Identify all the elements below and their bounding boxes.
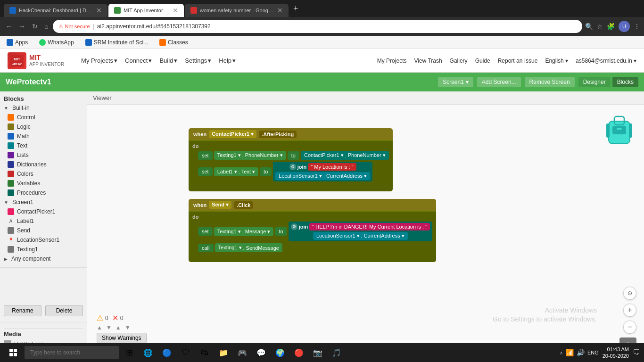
mit-logo-svg: MIT APP INV bbox=[9, 54, 25, 68]
network-icon[interactable]: 📶 bbox=[566, 349, 574, 356]
contactpicker1-dropdown[interactable]: ContactPicker1 ▾ bbox=[209, 130, 256, 138]
header-myprojects[interactable]: My Projects bbox=[377, 58, 407, 64]
blocks-button[interactable]: Blocks bbox=[612, 77, 638, 87]
taskbar-chrome-icon[interactable]: 🌐 bbox=[140, 344, 157, 361]
extensions-icon[interactable]: 🧩 bbox=[607, 23, 615, 30]
bookmark-whatsapp[interactable]: WhatsApp bbox=[36, 38, 76, 47]
taskbar-zoom-icon[interactable]: 📷 bbox=[309, 344, 326, 361]
center-button[interactable]: ⊙ bbox=[623, 287, 636, 300]
show-warnings-button[interactable]: Show Warnings bbox=[97, 333, 147, 343]
tab-appinventor[interactable]: MIT App Inventor ✕ bbox=[108, 4, 184, 17]
chevron-up-icon[interactable]: ∧ bbox=[560, 350, 563, 355]
sidebar-colors[interactable]: Colors bbox=[0, 169, 87, 179]
sidebar-lists[interactable]: Lists bbox=[0, 150, 87, 160]
nav-myprojects[interactable]: My Projects ▾ bbox=[81, 57, 117, 64]
procedures-icon bbox=[8, 189, 14, 196]
sidebar-contactpicker1[interactable]: ContactPicker1 bbox=[0, 207, 87, 216]
zoom-in-button[interactable]: + bbox=[623, 304, 636, 317]
refresh-button[interactable]: ↻ bbox=[30, 21, 40, 32]
send-dropdown[interactable]: Send ▾ bbox=[209, 201, 231, 209]
address-bar[interactable]: ⚠ Not secure | ai2.appinventor.mit.edu/#… bbox=[53, 20, 582, 33]
taskbar-shield-icon[interactable]: 🛡 bbox=[177, 344, 194, 361]
new-tab-button[interactable]: + bbox=[289, 4, 302, 14]
gear-icon-2[interactable]: ⚙ bbox=[291, 223, 297, 230]
home-button[interactable]: ⌂ bbox=[42, 21, 50, 32]
header-guide[interactable]: Guide bbox=[475, 58, 490, 64]
sidebar-procedures[interactable]: Procedures bbox=[0, 188, 87, 197]
taskbar-ie-icon[interactable]: 🌍 bbox=[272, 344, 289, 361]
menu-icon[interactable]: ⋮ bbox=[634, 23, 640, 30]
sidebar-bottom-btns: Rename Delete bbox=[0, 301, 87, 320]
add-screen-button[interactable]: Add Screen... bbox=[477, 77, 521, 87]
taskbar-spotify-icon[interactable]: 🎵 bbox=[328, 344, 345, 361]
search-icon[interactable]: 🔍 bbox=[585, 23, 593, 30]
label1-text-target[interactable]: Label1 ▾.Text ▾ bbox=[214, 167, 258, 176]
viewer-canvas[interactable]: when ContactPicker1 ▾ .AfterPicking do s… bbox=[87, 105, 644, 362]
nav-help[interactable]: Help ▾ bbox=[219, 57, 236, 64]
sidebar-variables[interactable]: Variables bbox=[0, 179, 87, 188]
zoom-out-button[interactable]: − bbox=[623, 321, 636, 334]
bookmark-classes[interactable]: Classes bbox=[157, 38, 191, 47]
taskbar-search[interactable] bbox=[25, 346, 119, 359]
nav-connect[interactable]: Connect ▾ bbox=[125, 57, 152, 64]
tab-close-appinventor[interactable]: ✕ bbox=[173, 7, 178, 14]
sidebar-anycomponent[interactable]: ▶ Any component bbox=[0, 254, 87, 263]
header-gallery[interactable]: Gallery bbox=[450, 58, 468, 64]
sidebar-control[interactable]: Control bbox=[0, 113, 87, 122]
contactpicker1-phonenumber-value[interactable]: ContactPicker1 ▾.PhoneNumber ▾ bbox=[301, 151, 389, 160]
header-viewtrash[interactable]: View Trash bbox=[414, 58, 442, 64]
sidebar-texting1[interactable]: Texting1 bbox=[0, 245, 87, 254]
tab-close-google[interactable]: ✕ bbox=[277, 7, 283, 14]
sidebar-dictionaries[interactable]: Dictionaries bbox=[0, 160, 87, 169]
sidebar-locationsensor1[interactable]: 📍 LocationSensor1 bbox=[0, 235, 87, 245]
sidebar-math[interactable]: Math bbox=[0, 132, 87, 141]
warnings-arrows: ▲ ▼ ▲ ▼ bbox=[97, 324, 147, 331]
sidebar-text[interactable]: Text bbox=[0, 141, 87, 150]
taskbar-edge-icon[interactable]: 🔵 bbox=[158, 344, 175, 361]
remove-screen-button[interactable]: Remove Screen bbox=[525, 77, 575, 87]
start-button[interactable] bbox=[4, 346, 23, 360]
back-button[interactable]: ← bbox=[4, 21, 14, 32]
tab-google[interactable]: women safety number - Google ... ✕ bbox=[185, 4, 289, 17]
sidebar-logic[interactable]: Logic bbox=[0, 122, 87, 132]
tab-close-hackchennai[interactable]: ✕ bbox=[96, 7, 102, 14]
header-user[interactable]: as5864@srmist.edu.in ▾ bbox=[576, 58, 636, 64]
click-dropdown[interactable]: .Click bbox=[234, 201, 253, 209]
taskbar-store-icon[interactable]: 🛍 bbox=[196, 344, 213, 361]
header-english[interactable]: English ▾ bbox=[545, 58, 568, 64]
user-avatar[interactable]: U bbox=[619, 21, 630, 32]
tab-hackchenai[interactable]: HackChennai: Dashboard | Devfo... ✕ bbox=[4, 4, 107, 17]
locationsensor-currentaddress-2[interactable]: LocationSensor1 ▾.CurrentAddress ▾ bbox=[313, 232, 408, 240]
texting1-sendmessage-call[interactable]: Texting1 ▾.SendMessage bbox=[215, 243, 282, 252]
taskbar-files-icon[interactable]: 📁 bbox=[215, 344, 232, 361]
texting1-phonenumber-target[interactable]: Texting1 ▾.PhoneNumber ▾ bbox=[214, 151, 286, 160]
volume-icon[interactable]: 🔊 bbox=[577, 349, 585, 356]
sidebar-label1[interactable]: A Label1 bbox=[0, 216, 87, 226]
taskbar-chrome2-icon[interactable]: 🔴 bbox=[290, 344, 307, 361]
texting1-message-target[interactable]: Texting1 ▾.Message ▾ bbox=[214, 227, 274, 236]
bookmark-srm[interactable]: SRM Institute of Sci... bbox=[83, 38, 151, 47]
delete-button[interactable]: Delete bbox=[45, 305, 83, 316]
variables-icon bbox=[8, 180, 14, 187]
taskbar-taskview[interactable]: ⊞ bbox=[121, 344, 138, 361]
screen1-button[interactable]: Screen1 ▾ bbox=[438, 77, 473, 87]
rename-button[interactable]: Rename bbox=[4, 305, 41, 316]
afterpicking-dropdown[interactable]: .AfterPicking bbox=[259, 131, 297, 138]
sidebar-builtin[interactable]: ▼ Built-in bbox=[0, 103, 87, 113]
row2-setlabel: set Label1 ▾.Text ▾ to ⚙ join " My Locat… bbox=[198, 162, 389, 181]
sidebar-send[interactable]: Send bbox=[0, 226, 87, 235]
taskbar-whatsapp-icon[interactable]: 💬 bbox=[253, 344, 270, 361]
bookmark-apps[interactable]: Apps bbox=[4, 38, 31, 47]
sidebar-screen1[interactable]: ▼ Screen1 bbox=[0, 197, 87, 207]
nav-build[interactable]: Build ▾ bbox=[159, 57, 177, 64]
when-label-2: when bbox=[193, 202, 206, 208]
designer-button[interactable]: Designer bbox=[578, 77, 611, 87]
taskbar-games-icon[interactable]: 🎮 bbox=[234, 344, 251, 361]
header-reportissue[interactable]: Report an Issue bbox=[498, 58, 538, 64]
forward-button[interactable]: → bbox=[17, 21, 27, 32]
gear-icon-1[interactable]: ⚙ bbox=[289, 164, 296, 170]
notification-icon[interactable]: 🗨 bbox=[633, 348, 640, 357]
locationsensor-currentaddress-1[interactable]: LocationSensor1 ▾.CurrentAddress ▾ bbox=[275, 172, 370, 180]
bookmark-star-icon[interactable]: ☆ bbox=[597, 23, 603, 30]
nav-settings[interactable]: Settings ▾ bbox=[185, 57, 211, 64]
